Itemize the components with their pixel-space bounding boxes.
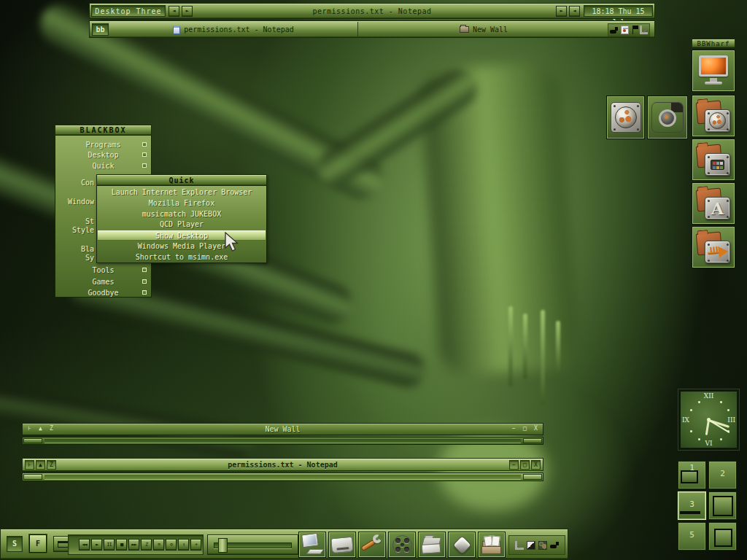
task-label: permissions.txt - Notepad: [184, 26, 294, 34]
resize-grip-left[interactable]: [23, 438, 42, 443]
wharf-slot-monitor[interactable]: [692, 50, 735, 92]
forward-button[interactable]: ►►: [128, 539, 139, 551]
window-prev-button[interactable]: ◄: [569, 6, 580, 17]
pager-cell-6[interactable]: [708, 522, 737, 551]
numeral-9: IX: [682, 416, 689, 423]
menu-item-tools[interactable]: Tools: [55, 265, 151, 275]
chart-icon[interactable]: [640, 26, 648, 34]
pager-cell-5[interactable]: 5: [678, 522, 706, 551]
wharf-slot-music[interactable]: [692, 226, 735, 268]
stick-button[interactable]: ⊦: [25, 424, 34, 434]
menu-item-jukebox[interactable]: musicmatch JUKEBOX: [98, 209, 266, 219]
wallpaper-drip: [556, 321, 560, 376]
menu-item-clipped[interactable]: Sy: [55, 253, 96, 262]
menu-item-goodbye[interactable]: Goodbye: [55, 288, 151, 298]
add-button[interactable]: +: [190, 539, 201, 551]
submenu-marker-icon: [142, 142, 147, 147]
dock-slot-computer[interactable]: [298, 532, 326, 558]
slider-handle[interactable]: [218, 538, 228, 553]
shade-button[interactable]: ▲: [36, 460, 45, 470]
pager-cell-3-active[interactable]: 3: [678, 491, 706, 520]
wharf-slot-fonts[interactable]: A: [692, 182, 735, 225]
window-handle-new-wall[interactable]: [22, 437, 543, 445]
lower-button[interactable]: Z: [47, 460, 56, 470]
task-button-notepad[interactable]: permissions.txt - Notepad: [109, 22, 358, 37]
shade-button[interactable]: ▲: [36, 424, 45, 434]
internet-folder-icon: [696, 101, 731, 133]
f-button-active[interactable]: F: [29, 534, 47, 553]
menu-item-clipped[interactable]: Style: [55, 225, 96, 235]
window-titlebar-permissions[interactable]: permissions.txt - Notepad ⊦ ▲ Z − □ X: [22, 458, 543, 471]
menu-item-ie[interactable]: Launch Internet Explorer Browser: [98, 187, 266, 198]
s-button[interactable]: S: [7, 536, 23, 552]
wharf-slot-internet[interactable]: [692, 95, 735, 137]
stick-button[interactable]: ⊦: [25, 460, 34, 470]
bottom-toolbar: S F ◄◄ ► II ■ ►► Z ≡ ⊙ ↑ +: [0, 529, 568, 559]
pause-button[interactable]: II: [104, 539, 115, 551]
dock-slot-movies[interactable]: [388, 532, 416, 558]
shuffle-button[interactable]: Z: [141, 539, 152, 551]
up-button[interactable]: ↑: [178, 539, 189, 551]
window-next-button[interactable]: ►: [556, 6, 567, 17]
playlist-button[interactable]: ≡: [153, 539, 164, 551]
play-button[interactable]: ►: [91, 539, 102, 551]
window-left-buttons: ⊦ ▲ Z: [23, 460, 58, 470]
task-button-new-wall[interactable]: New Wall: [359, 22, 608, 37]
wallpaper-drip: [541, 310, 545, 405]
chart-icon[interactable]: [515, 541, 524, 550]
menu-item-games[interactable]: Games: [55, 277, 151, 287]
dock-slot-drive[interactable]: [328, 532, 356, 558]
resize-grip-right[interactable]: [523, 438, 542, 443]
handle-channel: [44, 439, 521, 443]
wharf-slot-control-panel[interactable]: [692, 139, 735, 181]
pager-cell-1[interactable]: 1: [678, 461, 706, 489]
menu-item-clipped[interactable]: Window: [55, 197, 96, 206]
pager-cell-2[interactable]: 2: [708, 461, 737, 489]
split-square-icon[interactable]: [527, 541, 535, 550]
menu-item-clipped[interactable]: Con: [55, 178, 96, 187]
menu-item-desktop[interactable]: Desktop: [55, 150, 151, 160]
dock-slot-documents[interactable]: [478, 532, 506, 558]
pager-cell-4[interactable]: [708, 491, 737, 520]
pager-window: [681, 470, 698, 483]
camo-icon[interactable]: [538, 541, 547, 550]
bbwharf-dock: BBWharf A: [692, 39, 735, 48]
close-button[interactable]: X: [531, 460, 541, 470]
close-button[interactable]: X: [531, 424, 541, 434]
menu-item-quick[interactable]: Quick: [55, 161, 151, 171]
desktop-icon-camera[interactable]: [647, 96, 688, 139]
monitor-icon: [697, 55, 730, 87]
clock-center-cap: [707, 418, 711, 421]
eject-button[interactable]: ⊙: [166, 539, 177, 551]
window-titlebar-new-wall[interactable]: New Wall ⊦ ▲ Z − □ X: [22, 423, 543, 435]
bb-menu-button[interactable]: bb: [92, 23, 109, 36]
resize-grip-right[interactable]: [523, 474, 542, 480]
dock-slot-folder[interactable]: [418, 532, 446, 558]
menu-item-qcd[interactable]: QCD Player: [98, 219, 266, 230]
menu-item-firefox[interactable]: Mozilla Firefox: [98, 198, 266, 209]
window-handle-permissions[interactable]: [22, 472, 543, 481]
maximize-button[interactable]: □: [520, 424, 530, 434]
hour-hand: [705, 419, 710, 435]
minimize-button[interactable]: −: [509, 460, 519, 470]
flag-icon[interactable]: [631, 26, 638, 34]
desktop-icon-globe[interactable]: [606, 96, 645, 139]
dock-slot-tools[interactable]: [358, 532, 386, 558]
menu-item-programs[interactable]: Programs: [55, 140, 151, 149]
maximize-button[interactable]: □: [520, 460, 530, 470]
dog-icon[interactable]: [610, 26, 619, 34]
rewind-button[interactable]: ◄◄: [79, 539, 90, 551]
lower-button[interactable]: Z: [47, 424, 56, 434]
minimize-button[interactable]: −: [509, 424, 519, 434]
resize-grip-left[interactable]: [23, 474, 42, 480]
dog-icon[interactable]: [550, 541, 560, 549]
fonts-folder-icon: A: [696, 188, 731, 220]
dock-slot-gem[interactable]: [448, 532, 476, 558]
pager-window: [714, 529, 732, 547]
page-icon[interactable]: [621, 26, 629, 34]
film-reel-icon: [392, 535, 412, 555]
control-panel-icon: [711, 160, 724, 170]
window-title: permissions.txt - Notepad: [23, 461, 543, 469]
window-outline-icon: [58, 541, 69, 548]
stop-button[interactable]: ■: [116, 539, 127, 551]
